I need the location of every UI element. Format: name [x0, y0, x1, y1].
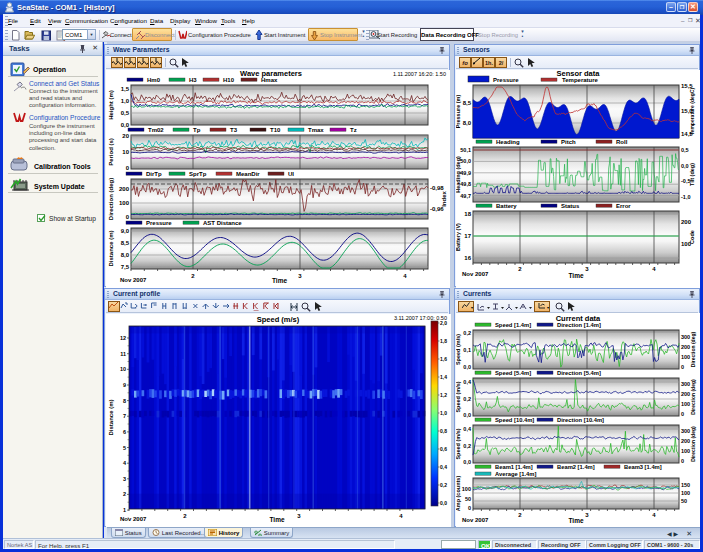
svg-text:50: 50 — [465, 496, 471, 502]
svg-text:0,5: 0,5 — [121, 110, 130, 116]
svg-text:8,5: 8,5 — [121, 240, 130, 246]
svg-text:Nov 2007: Nov 2007 — [462, 271, 489, 277]
svg-text:0,8: 0,8 — [440, 428, 447, 434]
svg-text:0,4: 0,4 — [440, 464, 447, 470]
svg-text:0: 0 — [468, 505, 471, 511]
svg-text:Average [1.4m]: Average [1.4m] — [495, 471, 536, 477]
svg-text:0: 0 — [681, 364, 684, 370]
svg-text:Period (s): Period (s) — [108, 138, 114, 166]
svg-text:Distance (m): Distance (m) — [108, 399, 114, 435]
svg-text:2: 2 — [123, 491, 126, 497]
svg-text:18: 18 — [464, 211, 471, 217]
svg-text:100: 100 — [681, 448, 690, 454]
svg-text:Time: Time — [568, 272, 583, 279]
svg-text:200: 200 — [119, 186, 130, 192]
svg-text:50,1: 50,1 — [460, 147, 471, 153]
svg-text:Status: Status — [561, 203, 580, 209]
svg-text:0,0: 0,0 — [463, 412, 471, 418]
svg-text:0,5: 0,5 — [681, 147, 689, 153]
svg-text:Beam3 [1.4m]: Beam3 [1.4m] — [624, 464, 662, 470]
svg-text:0,0: 0,0 — [681, 163, 689, 169]
svg-text:0: 0 — [681, 411, 684, 417]
svg-text:Hmax: Hmax — [261, 77, 278, 83]
svg-text:DirTp: DirTp — [146, 171, 162, 177]
svg-text:200: 200 — [681, 438, 690, 444]
svg-text:Battery: Battery — [496, 203, 517, 209]
svg-text:Pressure: Pressure — [146, 220, 172, 226]
svg-text:Speed (m/s): Speed (m/s) — [456, 334, 461, 365]
svg-text:SprTp: SprTp — [189, 171, 207, 177]
svg-text:Distance (m): Distance (m) — [108, 230, 114, 266]
svg-text:0,0: 0,0 — [463, 364, 471, 370]
svg-text:50: 50 — [681, 498, 687, 504]
svg-text:12: 12 — [120, 335, 126, 341]
svg-text:H3: H3 — [189, 77, 197, 83]
svg-text:H10: H10 — [223, 77, 235, 83]
svg-text:Code: Code — [689, 230, 695, 244]
svg-text:100: 100 — [462, 486, 471, 492]
svg-text:8: 8 — [123, 398, 126, 404]
svg-text:8,0: 8,0 — [121, 252, 130, 258]
svg-text:1,8: 1,8 — [440, 338, 447, 344]
svg-text:50,0: 50,0 — [460, 158, 471, 164]
svg-text:Nov 2007: Nov 2007 — [120, 516, 147, 522]
svg-text:1,0: 1,0 — [440, 410, 447, 416]
svg-text:7,5: 7,5 — [121, 264, 130, 270]
svg-text:5: 5 — [123, 445, 126, 451]
svg-text:1,2: 1,2 — [440, 392, 447, 398]
svg-text:Tm02: Tm02 — [148, 127, 164, 133]
svg-text:1,4: 1,4 — [440, 374, 447, 380]
svg-text:6: 6 — [123, 429, 126, 435]
svg-text:Nov 2007: Nov 2007 — [462, 517, 489, 523]
svg-text:100: 100 — [681, 490, 690, 496]
svg-text:49,8: 49,8 — [460, 181, 471, 187]
svg-text:2,0: 2,0 — [440, 320, 447, 326]
svg-text:0,2: 0,2 — [463, 396, 471, 402]
svg-text:0,0: 0,0 — [463, 459, 471, 465]
svg-text:-0,98: -0,98 — [430, 185, 444, 191]
svg-text:Direction [5.4m]: Direction [5.4m] — [557, 370, 601, 376]
svg-text:0,6: 0,6 — [440, 446, 447, 452]
svg-text:Heading (deg): Heading (deg) — [456, 156, 461, 193]
svg-text:Pressure: Pressure — [493, 77, 519, 83]
svg-text:Speed [5.4m]: Speed [5.4m] — [495, 370, 531, 376]
svg-text:Index: Index — [441, 191, 447, 207]
svg-text:AST Distance: AST Distance — [203, 220, 242, 226]
svg-text:MeanDir: MeanDir — [236, 171, 260, 177]
svg-text:100: 100 — [681, 354, 690, 360]
svg-text:1,6: 1,6 — [440, 356, 447, 362]
svg-text:100: 100 — [681, 401, 690, 407]
svg-text:0,4: 0,4 — [463, 379, 472, 385]
svg-text:Pitch: Pitch — [561, 139, 576, 145]
svg-text:T3: T3 — [230, 127, 238, 133]
svg-text:9: 9 — [123, 382, 126, 388]
svg-text:Speed (m/s): Speed (m/s) — [456, 428, 461, 459]
svg-text:16: 16 — [464, 255, 471, 261]
svg-text:Speed [1.4m]: Speed [1.4m] — [495, 322, 531, 328]
svg-text:Direction [1.4m]: Direction [1.4m] — [557, 322, 601, 328]
svg-text:1,5: 1,5 — [121, 86, 130, 92]
svg-text:3: 3 — [123, 476, 126, 482]
svg-text:17: 17 — [464, 233, 471, 239]
svg-text:10: 10 — [122, 149, 129, 155]
svg-text:Battery (V): Battery (V) — [456, 223, 461, 251]
svg-text:200: 200 — [681, 344, 690, 350]
svg-text:Direction (deg): Direction (deg) — [690, 426, 696, 462]
svg-text:0,2: 0,2 — [463, 330, 471, 336]
svg-text:Beam1 [1.4m]: Beam1 [1.4m] — [495, 464, 533, 470]
svg-text:Height (m): Height (m) — [108, 90, 114, 120]
svg-text:Time: Time — [568, 517, 583, 524]
svg-text:8,5: 8,5 — [463, 100, 472, 106]
svg-text:100: 100 — [119, 200, 130, 206]
svg-text:-1,0: -1,0 — [681, 194, 690, 200]
svg-text:Tmax: Tmax — [308, 127, 324, 133]
svg-text:150: 150 — [681, 482, 690, 488]
svg-text:Tz: Tz — [350, 127, 357, 133]
svg-text:20: 20 — [122, 133, 129, 139]
svg-text:Temperature (degC): Temperature (degC) — [689, 88, 695, 135]
svg-text:300: 300 — [681, 334, 690, 340]
svg-text:0,2: 0,2 — [440, 482, 447, 488]
svg-text:Speed (m/s): Speed (m/s) — [257, 315, 300, 324]
svg-text:1.11.2007 16:20: 1.50: 1.11.2007 16:20: 1.50 — [393, 71, 446, 77]
svg-text:200: 200 — [681, 391, 690, 397]
